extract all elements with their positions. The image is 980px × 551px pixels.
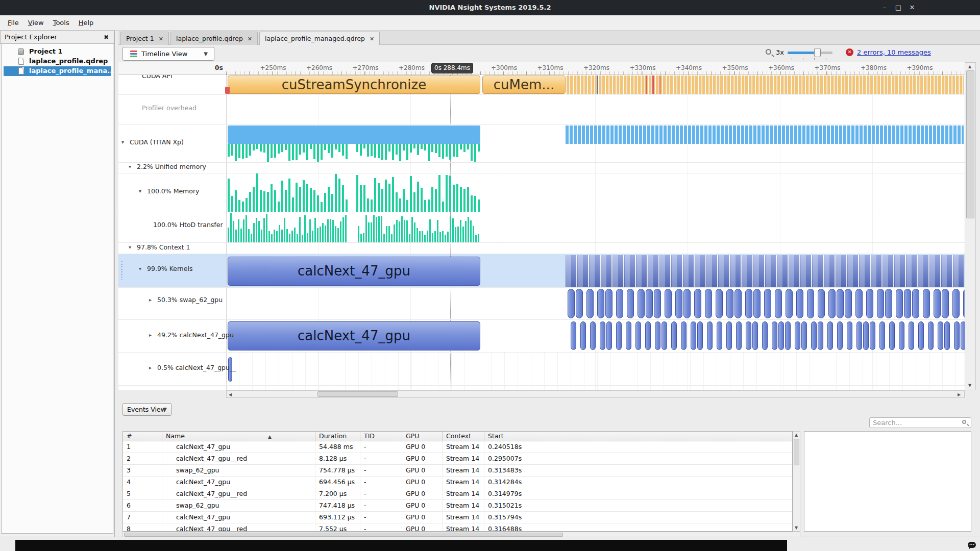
tab-close-icon[interactable]: ✕ <box>370 36 374 42</box>
timeline-row-label-7[interactable]: ▾99.9% Kernels <box>118 265 226 274</box>
kernel-pill[interactable] <box>597 289 604 318</box>
table-cell[interactable]: GPU 0 <box>402 465 443 477</box>
kernel-pill[interactable] <box>909 321 914 350</box>
table-cell[interactable]: Stream 14 <box>443 465 484 477</box>
table-cell[interactable]: 5 <box>123 488 162 500</box>
table-cell[interactable]: Stream 14 <box>443 500 484 512</box>
kernel-pill[interactable] <box>944 321 950 350</box>
minimize-button[interactable]: – <box>877 0 892 15</box>
timeline-body[interactable]: cuStreamSynchronize cuMem... calcNext_47… <box>118 75 965 390</box>
cuda-api-activity-stripes[interactable] <box>567 76 964 94</box>
kernel-pill[interactable] <box>576 289 583 318</box>
kernel-pill[interactable] <box>734 289 742 318</box>
kernel-pill[interactable] <box>717 321 722 350</box>
kernel-pill[interactable] <box>827 321 833 350</box>
collapse-arrow-icon[interactable]: ▾ <box>139 266 141 271</box>
table-cell[interactable]: calcNext_47_gpu <box>162 512 315 523</box>
search-field[interactable] <box>869 417 971 428</box>
kernel-pill[interactable] <box>847 321 852 350</box>
events-table[interactable]: #NameDurationTIDGPUContextStart▲1calcNex… <box>122 431 793 532</box>
kernel-pill[interactable] <box>923 289 930 318</box>
table-cell[interactable]: GPU 0 <box>402 477 443 488</box>
kernel-bar-calcnext-1[interactable]: calcNext_47_gpu <box>228 257 480 286</box>
errors-messages-link[interactable]: 2 errors, 10 messages <box>857 48 931 56</box>
sort-ascending-icon[interactable]: ▲ <box>268 434 272 439</box>
kernel-pill[interactable] <box>571 321 576 350</box>
expand-arrow-icon[interactable]: ▸ <box>149 332 152 338</box>
kernel-pill[interactable] <box>952 289 960 318</box>
zoom-slider-thumb[interactable] <box>814 48 821 57</box>
kernel-pill[interactable] <box>662 321 667 350</box>
kernel-pill[interactable] <box>606 321 612 350</box>
search-input[interactable] <box>873 418 960 427</box>
timeline-row-label-0[interactable]: CUDA API <box>118 75 226 81</box>
kernel-pill[interactable] <box>697 321 703 350</box>
kernel-pill[interactable] <box>638 289 645 318</box>
kernel-pill[interactable] <box>837 321 843 350</box>
kernel-pill[interactable] <box>899 321 904 350</box>
kernel-pill[interactable] <box>807 289 814 318</box>
tab-1[interactable]: laplace_profile.qdrep✕ <box>170 32 258 45</box>
kernel-pill[interactable] <box>879 321 885 350</box>
collapse-arrow-icon[interactable]: ▾ <box>129 244 131 250</box>
timeline-row-label-6[interactable]: ▾97.8% Context 1 <box>118 243 226 253</box>
cuda-api-bar-cumem[interactable]: cuMem... <box>482 76 566 94</box>
kernel-pill[interactable] <box>856 321 862 350</box>
timeline-row-label-8[interactable]: ▸50.3% swap_62_gpu <box>118 296 226 305</box>
table-cell[interactable]: 0.295007s <box>484 453 793 465</box>
kernel-pill[interactable] <box>681 321 687 350</box>
kernel-pill[interactable] <box>934 289 941 318</box>
table-cell[interactable]: Stream 14 <box>443 488 484 500</box>
table-cell[interactable]: 7 <box>123 512 162 523</box>
tree-item-1[interactable]: laplace_profile.qdrep <box>4 57 111 66</box>
table-cell[interactable]: - <box>360 500 402 512</box>
menu-file[interactable]: File <box>3 15 23 30</box>
table-cell[interactable]: 693.112 µs <box>315 512 360 523</box>
table-cell[interactable]: - <box>360 523 402 532</box>
collapse-arrow-icon[interactable]: ▾ <box>129 164 131 169</box>
kernel-pill[interactable] <box>762 321 768 350</box>
kernel-pill[interactable] <box>655 321 660 350</box>
table-cell[interactable]: GPU 0 <box>402 512 443 523</box>
table-cell[interactable]: GPU 0 <box>402 488 443 500</box>
table-cell[interactable]: Stream 14 <box>443 453 484 465</box>
table-cell[interactable]: 2 <box>123 453 162 465</box>
column-header-context[interactable]: Context <box>443 432 484 441</box>
kernel-pill[interactable] <box>626 321 631 350</box>
table-cell[interactable]: 0.314284s <box>484 477 793 488</box>
table-cell[interactable]: GPU 0 <box>402 453 443 465</box>
tree-item-2[interactable]: laplace_profile_mana... <box>4 66 111 76</box>
kernel-pill[interactable] <box>605 289 612 318</box>
table-cell[interactable]: - <box>360 477 402 488</box>
kernel-pill[interactable] <box>707 321 713 350</box>
table-cell[interactable]: 8.128 µs <box>315 453 360 465</box>
kernel-pill[interactable] <box>795 321 800 350</box>
kernel-pill[interactable] <box>904 289 911 318</box>
tab-0[interactable]: Project 1✕ <box>120 32 169 45</box>
chat-bubble-icon[interactable]: ··· <box>968 542 976 548</box>
kernel-pill[interactable] <box>654 289 661 318</box>
kernel-pill[interactable] <box>600 321 605 350</box>
timeline-vertical-scrollbar[interactable]: ▲ ▼ <box>965 62 976 390</box>
kernel-pill[interactable] <box>818 289 825 318</box>
table-cell[interactable]: calcNext_47_gpu <box>162 477 315 488</box>
table-cell[interactable]: GPU 0 <box>402 441 443 453</box>
table-cell[interactable]: 8 <box>123 523 162 532</box>
table-cell[interactable]: 7.200 µs <box>315 488 360 500</box>
table-cell[interactable]: calcNext_47_gpu__red <box>162 488 315 500</box>
kernel-pill[interactable] <box>877 289 884 318</box>
kernel-pill[interactable] <box>635 321 641 350</box>
kernel-pill[interactable] <box>764 289 771 318</box>
tab-close-icon[interactable]: ✕ <box>159 36 163 42</box>
table-cell[interactable]: 0.315794s <box>484 512 793 523</box>
kernel-pill[interactable] <box>912 289 919 318</box>
view-selector-dropdown[interactable]: Timeline View ▼ <box>122 47 214 61</box>
kernel-pill[interactable] <box>786 289 793 318</box>
table-cell[interactable]: - <box>360 465 402 477</box>
table-cell[interactable]: GPU 0 <box>402 523 443 532</box>
kernel-pill[interactable] <box>627 289 634 318</box>
kernel-pill[interactable] <box>675 289 682 318</box>
table-cell[interactable]: 754.778 µs <box>315 465 360 477</box>
table-cell[interactable]: 0.315021s <box>484 500 793 512</box>
kernel-pill[interactable] <box>726 321 732 350</box>
